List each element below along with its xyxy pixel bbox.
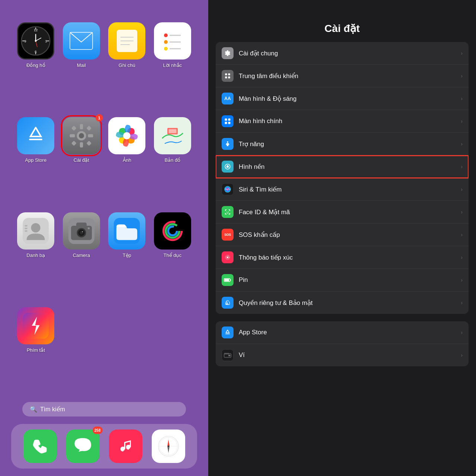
svg-point-35 bbox=[123, 132, 131, 139]
settings-row-siri[interactable]: Siri & Tìm kiếm › bbox=[216, 178, 469, 201]
settings-row-display[interactable]: AA Màn hình & Độ sáng › bbox=[216, 87, 469, 110]
app-notes[interactable]: Ghi chú bbox=[106, 22, 148, 106]
battery-label: Pin bbox=[239, 276, 461, 284]
svg-rect-29 bbox=[70, 134, 75, 137]
dock-safari[interactable] bbox=[152, 430, 185, 463]
settings-row-wallpaper[interactable]: Hình nền › bbox=[216, 155, 469, 178]
privacy-label: Quyền riêng tư & Bảo mật bbox=[239, 299, 461, 307]
settings-title: Cài đặt bbox=[219, 22, 465, 35]
wallet-chevron: › bbox=[461, 352, 463, 358]
app-files-label: Tệp bbox=[123, 253, 131, 258]
svg-point-58 bbox=[121, 447, 125, 451]
svg-rect-43 bbox=[25, 230, 28, 232]
app-shortcuts[interactable]: Phím tắt bbox=[15, 307, 57, 391]
dock-music[interactable] bbox=[109, 430, 142, 463]
app-clock[interactable]: 12 3 6 9 Đồng hồ bbox=[15, 22, 57, 106]
accessibility-chevron: › bbox=[461, 141, 463, 147]
svg-point-26 bbox=[79, 133, 84, 138]
accessibility-label: Trợ năng bbox=[239, 140, 461, 148]
search-icon: 🔍 bbox=[30, 406, 37, 413]
settings-row-wallet[interactable]: Ví › bbox=[216, 344, 469, 366]
svg-point-75 bbox=[227, 141, 228, 143]
settings-row-general[interactable]: Cài đặt chung › bbox=[216, 42, 469, 65]
svg-rect-46 bbox=[76, 222, 87, 227]
search-bar[interactable]: 🔍 Tìm kiếm bbox=[22, 402, 186, 416]
homescreen-chevron: › bbox=[461, 118, 463, 124]
display-label: Màn hình & Độ sáng bbox=[239, 95, 461, 103]
svg-rect-82 bbox=[230, 279, 231, 281]
privacy-chevron: › bbox=[461, 300, 463, 306]
wallpaper-label: Hình nền bbox=[239, 163, 461, 171]
accessibility-icon bbox=[222, 138, 234, 150]
settings-list: Cài đặt chung › Trung tâm điều khiển › bbox=[208, 42, 476, 374]
app-mail[interactable]: Mail bbox=[61, 22, 103, 106]
svg-rect-34 bbox=[86, 141, 91, 146]
sos-label: SOS khẩn cấp bbox=[239, 231, 461, 239]
control-center-label: Trung tâm điều khiển bbox=[239, 72, 461, 80]
display-chevron: › bbox=[461, 96, 463, 102]
search-label: Tìm kiếm bbox=[40, 406, 65, 413]
svg-rect-28 bbox=[80, 142, 83, 148]
app-fitness[interactable]: Thể dục bbox=[152, 212, 194, 296]
app-appstore-label: App Store bbox=[25, 157, 46, 163]
app-appstore[interactable]: App Store bbox=[15, 117, 57, 201]
svg-point-66 bbox=[167, 446, 169, 447]
app-settings[interactable]: 1 Cài đặt bbox=[61, 117, 103, 201]
app-contacts[interactable]: Danh bạ bbox=[15, 212, 57, 296]
settings-row-faceid[interactable]: Face ID & Mật mã › bbox=[216, 201, 469, 223]
wallpaper-icon bbox=[222, 161, 234, 173]
svg-rect-67 bbox=[225, 73, 227, 75]
settings-row-sos[interactable]: SOS SOS khẩn cấp › bbox=[216, 223, 469, 246]
app-camera[interactable]: Camera bbox=[61, 212, 103, 296]
dock: 258 bbox=[11, 424, 197, 469]
app-camera-label: Camera bbox=[73, 253, 90, 258]
svg-rect-69 bbox=[225, 77, 227, 78]
settings-header: Cài đặt bbox=[208, 0, 476, 42]
svg-rect-71 bbox=[225, 119, 227, 121]
svg-rect-33 bbox=[71, 141, 77, 146]
app-reminders-label: Lời nhắc bbox=[163, 62, 182, 68]
svg-point-59 bbox=[126, 446, 130, 449]
svg-text:9: 9 bbox=[25, 39, 26, 43]
appstore-settings-chevron: › bbox=[461, 329, 463, 335]
faceid-label: Face ID & Mật mã bbox=[239, 208, 461, 216]
siri-icon bbox=[222, 183, 234, 195]
app-files[interactable]: Tệp bbox=[106, 212, 148, 296]
svg-rect-27 bbox=[80, 124, 83, 129]
faceid-icon bbox=[222, 206, 234, 218]
settings-row-control-center[interactable]: Trung tâm điều khiển › bbox=[216, 65, 469, 87]
wallet-icon bbox=[222, 349, 234, 361]
dock-phone[interactable] bbox=[23, 430, 57, 463]
settings-row-privacy[interactable]: Quyền riêng tư & Bảo mật › bbox=[216, 292, 469, 314]
svg-point-40 bbox=[31, 223, 41, 232]
privacy-icon bbox=[222, 297, 234, 309]
svg-rect-30 bbox=[88, 134, 93, 137]
exposure-icon bbox=[222, 251, 234, 263]
exposure-label: Thông báo tiếp xúc bbox=[239, 254, 461, 261]
home-screen: 12 3 6 9 Đồng hồ bbox=[0, 0, 208, 476]
settings-row-homescreen[interactable]: Màn hình chính › bbox=[216, 110, 469, 133]
app-settings-label: Cài đặt bbox=[74, 157, 89, 163]
settings-row-accessibility[interactable]: Trợ năng › bbox=[216, 133, 469, 155]
sos-chevron: › bbox=[461, 232, 463, 238]
settings-row-appstore[interactable]: App Store › bbox=[216, 321, 469, 344]
svg-point-18 bbox=[164, 33, 168, 37]
app-clock-label: Đồng hồ bbox=[26, 62, 45, 68]
app-mail-label: Mail bbox=[77, 62, 86, 68]
app-maps-label: Bản đồ bbox=[164, 157, 180, 163]
app-notes-label: Ghi chú bbox=[119, 62, 135, 68]
svg-rect-73 bbox=[225, 122, 227, 124]
app-photos[interactable]: Ảnh bbox=[106, 117, 148, 201]
svg-rect-38 bbox=[168, 129, 176, 134]
app-contacts-label: Danh bạ bbox=[26, 253, 45, 258]
app-maps[interactable]: Bản đồ bbox=[152, 117, 194, 201]
settings-row-battery[interactable]: Pin › bbox=[216, 269, 469, 292]
siri-chevron: › bbox=[461, 186, 463, 192]
settings-row-exposure[interactable]: Thông báo tiếp xúc › bbox=[216, 246, 469, 269]
svg-rect-32 bbox=[86, 126, 91, 131]
app-shortcuts-label: Phím tắt bbox=[27, 347, 45, 353]
svg-point-88 bbox=[229, 355, 230, 356]
dock-messages[interactable]: 258 bbox=[66, 430, 100, 463]
app-reminders[interactable]: Lời nhắc bbox=[152, 22, 194, 106]
general-icon bbox=[222, 47, 234, 59]
